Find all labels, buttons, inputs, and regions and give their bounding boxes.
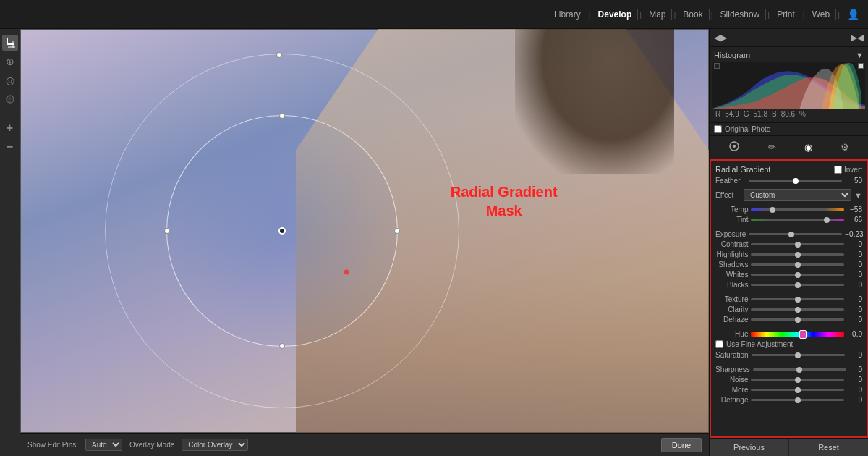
more-slider[interactable]: [751, 389, 844, 391]
redeye-tool[interactable]: ◎: [2, 72, 18, 88]
previous-button[interactable]: Previous: [710, 439, 789, 456]
highlights-label: Highlights: [715, 250, 748, 258]
noise-slider[interactable]: [751, 379, 844, 381]
sharpness-slider[interactable]: [753, 368, 846, 371]
nav-library[interactable]: Library: [548, 9, 587, 20]
defringe-label: Defringe: [715, 396, 748, 404]
noise-label: Noise: [715, 376, 748, 384]
tint-slider[interactable]: [751, 219, 844, 221]
more-value: 0: [847, 386, 862, 394]
fine-adjustment-row: Use Fine Adjustment: [715, 340, 862, 348]
contrast-label: Contrast: [715, 240, 748, 248]
shadows-slider-row: Shadows 0: [715, 261, 862, 269]
svg-point-6: [733, 145, 736, 148]
feather-slider[interactable]: [749, 180, 842, 182]
hue-value: 0.0: [847, 330, 862, 338]
dehaze-label: Dehaze: [715, 316, 748, 324]
defringe-slider[interactable]: [751, 399, 844, 401]
highlights-slider[interactable]: [751, 253, 844, 256]
overlay-mode-label: Overlay Mode: [129, 441, 174, 449]
original-photo-checkbox[interactable]: [714, 125, 722, 133]
saturation-slider[interactable]: [752, 354, 845, 356]
original-photo-row: Original Photo: [710, 123, 868, 136]
histogram-section: Histogram ▼: [710, 47, 868, 123]
tint-slider-row: Tint 66: [715, 216, 862, 224]
clarity-slider-row: Clarity 0: [715, 305, 862, 313]
clarity-slider[interactable]: [751, 308, 844, 311]
texture-slider[interactable]: [751, 298, 844, 300]
settings-icon[interactable]: ⚙: [838, 140, 852, 154]
nav-print[interactable]: Print: [771, 9, 801, 20]
brush-icon[interactable]: ✏: [765, 140, 779, 154]
panel-expand-icon[interactable]: ◀▶: [714, 31, 727, 44]
b-label: B: [772, 110, 777, 118]
reset-button[interactable]: Reset: [789, 439, 868, 456]
nav-develop[interactable]: Develop: [592, 9, 639, 20]
exposure-slider[interactable]: [749, 233, 842, 235]
overlay-mode-select[interactable]: Color Overlay: [182, 439, 248, 451]
hue-slider[interactable]: [751, 332, 844, 337]
hue-slider-row: Hue 0.0: [715, 330, 862, 338]
done-button[interactable]: Done: [661, 438, 702, 452]
whites-slider[interactable]: [751, 274, 844, 276]
fine-adjustment-checkbox[interactable]: [715, 340, 723, 348]
shadows-slider[interactable]: [751, 263, 844, 266]
clarity-label: Clarity: [715, 305, 748, 313]
texture-slider-row: Texture 0: [715, 295, 862, 303]
b-value: 80.6: [781, 110, 795, 118]
dehaze-slider[interactable]: [751, 318, 844, 321]
invert-row: Invert: [834, 166, 862, 174]
nav-map[interactable]: Map: [643, 9, 672, 20]
lasso-icon[interactable]: [726, 139, 743, 156]
nav-web[interactable]: Web: [807, 9, 836, 20]
histogram-header: Histogram ▼: [712, 48, 865, 62]
panel-collapse-icon[interactable]: ▶◀: [851, 31, 864, 44]
show-edit-pins-select[interactable]: Auto: [85, 439, 122, 451]
texture-label: Texture: [715, 295, 748, 303]
temp-label: Temp: [715, 206, 748, 214]
minus-zoom[interactable]: −: [2, 139, 18, 155]
user-icon[interactable]: 👤: [847, 9, 859, 20]
fine-adjustment-label: Use Fine Adjustment: [726, 340, 793, 348]
whites-label: Whites: [715, 271, 748, 279]
nav-slideshow[interactable]: Slideshow: [715, 9, 767, 20]
whites-value: 0: [847, 271, 862, 279]
histogram-expand-icon[interactable]: ▼: [856, 51, 864, 59]
contrast-slider-row: Contrast 0: [715, 240, 862, 248]
effect-label: Effect: [715, 191, 741, 199]
percent-sign: %: [799, 110, 806, 118]
histogram-svg: [712, 62, 865, 109]
plus-zoom[interactable]: +: [2, 120, 18, 136]
g-label: G: [744, 110, 749, 118]
contrast-slider[interactable]: [751, 243, 844, 245]
temp-value: −58: [847, 206, 862, 214]
temp-slider[interactable]: [751, 208, 844, 211]
outer-top-point[interactable]: [276, 52, 282, 58]
effect-row: Effect Custom ▼: [715, 189, 862, 201]
blacks-slider[interactable]: [751, 284, 844, 286]
eye-icon[interactable]: ◉: [801, 140, 815, 154]
crop-tool[interactable]: [2, 35, 18, 51]
exposure-slider-row: Exposure −0.23: [715, 230, 862, 238]
healing-tool[interactable]: ⊕: [2, 54, 18, 69]
effect-select[interactable]: Custom: [744, 189, 851, 201]
top-nav: Library | Develop | Map | Book | Slidesh…: [0, 0, 868, 29]
more-label: More: [715, 386, 748, 394]
tool-icons-row: ✏ ◉ ⚙: [710, 136, 868, 159]
exposure-label: Exposure: [715, 230, 746, 238]
invert-checkbox[interactable]: [834, 166, 842, 174]
panel-top-tools: ◀▶ ▶◀: [710, 29, 868, 47]
white-clip-indicator: [858, 63, 864, 69]
r-value: 54.9: [725, 110, 739, 118]
adjustments-panel: Radial Gradient Invert Feather 50 Effect…: [710, 159, 868, 438]
mask-tool[interactable]: [2, 91, 18, 107]
nav-book[interactable]: Book: [677, 9, 709, 20]
hair-area: [515, 29, 674, 174]
feather-label: Feather: [715, 177, 746, 185]
defringe-slider-row: Defringe 0: [715, 396, 862, 404]
bottom-bar: Show Edit Pins: Auto Overlay Mode Color …: [20, 433, 709, 456]
whites-slider-row: Whites 0: [715, 271, 862, 279]
blacks-value: 0: [847, 281, 862, 289]
effect-dropdown-icon[interactable]: ▼: [854, 191, 862, 200]
photo-container[interactable]: Radial Gradient Mask: [20, 29, 709, 433]
